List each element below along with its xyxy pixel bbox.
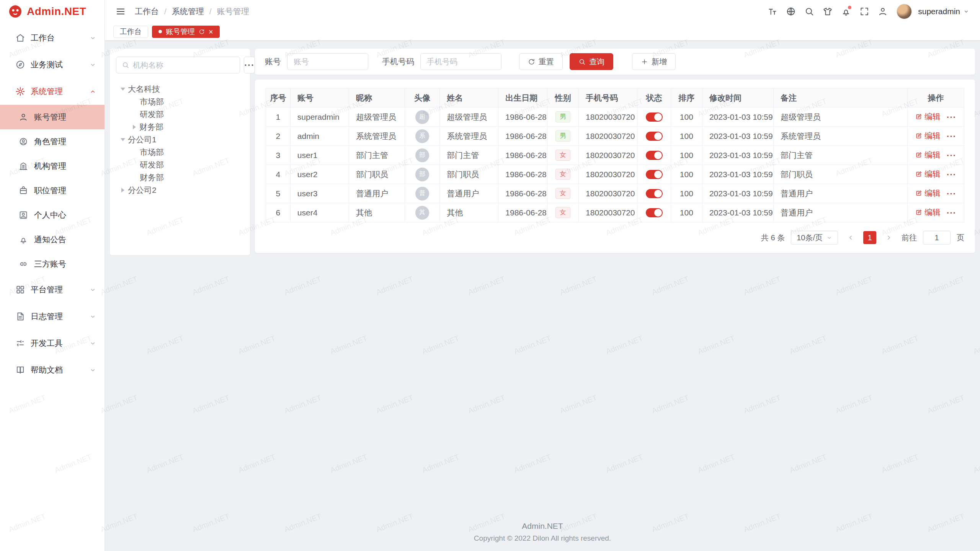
edit-button[interactable]: 编辑: [915, 188, 941, 199]
sidebar-item-notice-announcement[interactable]: 通知公告: [0, 227, 105, 252]
tree-node[interactable]: 市场部: [116, 146, 244, 158]
cell-actions: 编辑···: [908, 203, 964, 222]
pagination-prev-button[interactable]: [844, 231, 857, 244]
sidebar-item-system-management[interactable]: 系统管理: [0, 78, 105, 105]
tab-workbench[interactable]: 工作台: [113, 26, 148, 38]
query-panel: 账号 手机号码 重置 查询: [255, 49, 975, 75]
tree-node[interactable]: 研发部: [116, 158, 244, 171]
status-toggle[interactable]: [646, 208, 663, 217]
row-more-button[interactable]: ···: [947, 189, 956, 199]
status-toggle[interactable]: [646, 170, 663, 179]
cell-avatar: 普: [405, 184, 439, 203]
edit-button[interactable]: 编辑: [915, 130, 941, 141]
row-avatar: 部: [415, 148, 429, 162]
org-search-input[interactable]: [133, 61, 234, 70]
column-header: 备注: [773, 88, 907, 108]
tree-node[interactable]: 市场部: [116, 95, 244, 108]
edit-button[interactable]: 编辑: [915, 150, 941, 160]
cell-nickname: 超级管理员: [349, 108, 405, 127]
hamburger-menu-icon[interactable]: [114, 5, 127, 18]
cell-actions: 编辑···: [908, 165, 964, 184]
cell-modified: 2023-01-03 10:59:44: [702, 146, 773, 165]
tree-node[interactable]: 分公司2: [116, 184, 244, 196]
chevron-down-icon[interactable]: [963, 8, 969, 15]
cell-birthdate: 1986-06-28: [498, 203, 547, 222]
cell-remark: 普通用户: [773, 184, 907, 203]
tree-node[interactable]: 研发部: [116, 108, 244, 121]
row-more-button[interactable]: ···: [947, 170, 956, 179]
tree-caret-icon[interactable]: [133, 125, 136, 129]
username[interactable]: superadmin: [918, 7, 960, 16]
search-icon[interactable]: [801, 3, 818, 20]
tree-node[interactable]: 大名科技: [116, 83, 244, 95]
theme-icon[interactable]: [819, 3, 836, 20]
sidebar-item-log-management[interactable]: 日志管理: [0, 303, 105, 330]
status-toggle[interactable]: [646, 189, 663, 198]
cell-nickname: 其他: [349, 203, 405, 222]
status-toggle[interactable]: [646, 151, 663, 160]
column-header: 手机号码: [579, 88, 637, 108]
cell-name: 部门职员: [440, 165, 498, 184]
gender-tag: 女: [555, 207, 570, 218]
avatar[interactable]: [897, 4, 912, 19]
tree-caret-icon[interactable]: [121, 88, 125, 91]
org-icon: [19, 161, 28, 171]
goto-page-input[interactable]: [923, 231, 951, 245]
notifications-bell-icon[interactable]: [838, 3, 854, 20]
sidebar-item-platform-management[interactable]: 平台管理: [0, 276, 105, 303]
tree-more-button[interactable]: ···: [244, 57, 255, 73]
pagination-page-1[interactable]: 1: [863, 231, 876, 244]
sidebar-item-personal-center[interactable]: 个人中心: [0, 203, 105, 227]
add-button[interactable]: 新增: [632, 53, 676, 70]
tree-caret-icon[interactable]: [121, 188, 124, 192]
sidebar-item-account-management[interactable]: 账号管理: [0, 105, 105, 129]
tree-node[interactable]: 财务部: [116, 171, 244, 184]
tab-refresh-icon[interactable]: [199, 29, 205, 35]
sidebar-item-help-docs[interactable]: 帮助文档: [0, 357, 105, 383]
account-input[interactable]: [287, 53, 368, 70]
pagination-next-button[interactable]: [882, 231, 895, 244]
gender-tag: 男: [555, 111, 570, 122]
phone-input[interactable]: [420, 53, 501, 70]
link-icon: [19, 259, 28, 269]
tree-node[interactable]: 财务部: [116, 121, 244, 133]
row-more-button[interactable]: ···: [947, 208, 956, 218]
sidebar-item-org-management[interactable]: 机构管理: [0, 154, 105, 178]
tab-close-icon[interactable]: ×: [209, 28, 213, 36]
chevron-down-icon: [90, 367, 96, 373]
language-icon[interactable]: [782, 3, 799, 20]
sidebar-item-label: 通知公告: [34, 234, 66, 245]
sidebar-item-label: 平台管理: [31, 284, 63, 295]
tree-caret-icon[interactable]: [121, 138, 125, 141]
sidebar-item-third-party-account[interactable]: 三方账号: [0, 252, 105, 276]
fullscreen-icon[interactable]: [856, 3, 873, 20]
status-toggle[interactable]: [646, 112, 663, 122]
edit-button[interactable]: 编辑: [915, 111, 941, 122]
sidebar-item-role-management[interactable]: 角色管理: [0, 129, 105, 154]
user-icon[interactable]: [874, 3, 891, 20]
sidebar-item-business-test[interactable]: 业务测试: [0, 51, 105, 78]
tree-node[interactable]: 分公司1: [116, 133, 244, 146]
sidebar-item-position-management[interactable]: 职位管理: [0, 178, 105, 203]
cell-modified: 2023-01-03 10:59:44: [702, 203, 773, 222]
row-more-button[interactable]: ···: [947, 132, 956, 141]
sidebar-item-workbench[interactable]: 工作台: [0, 24, 105, 51]
search-button[interactable]: 查询: [570, 53, 613, 70]
cell-index: 1: [266, 108, 291, 127]
edit-button[interactable]: 编辑: [915, 207, 941, 218]
table-header-row: 序号账号昵称头像姓名出生日期性别手机号码状态排序修改时间备注操作: [266, 88, 964, 108]
book-icon: [15, 365, 25, 375]
font-size-icon[interactable]: [764, 3, 781, 20]
row-more-button[interactable]: ···: [947, 151, 956, 160]
row-more-button[interactable]: ···: [947, 112, 956, 122]
column-header: 排序: [671, 88, 702, 108]
status-toggle[interactable]: [646, 132, 663, 141]
breadcrumb-item[interactable]: 系统管理: [172, 6, 204, 17]
breadcrumb-item[interactable]: 工作台: [135, 6, 159, 17]
home-icon: [15, 33, 25, 43]
edit-button[interactable]: 编辑: [915, 169, 941, 179]
sidebar-item-dev-tools[interactable]: 开发工具: [0, 330, 105, 357]
tab-account-management[interactable]: 账号管理 ×: [152, 26, 220, 38]
page-size-select[interactable]: 10条/页: [791, 231, 838, 245]
reset-button[interactable]: 重置: [519, 53, 563, 70]
